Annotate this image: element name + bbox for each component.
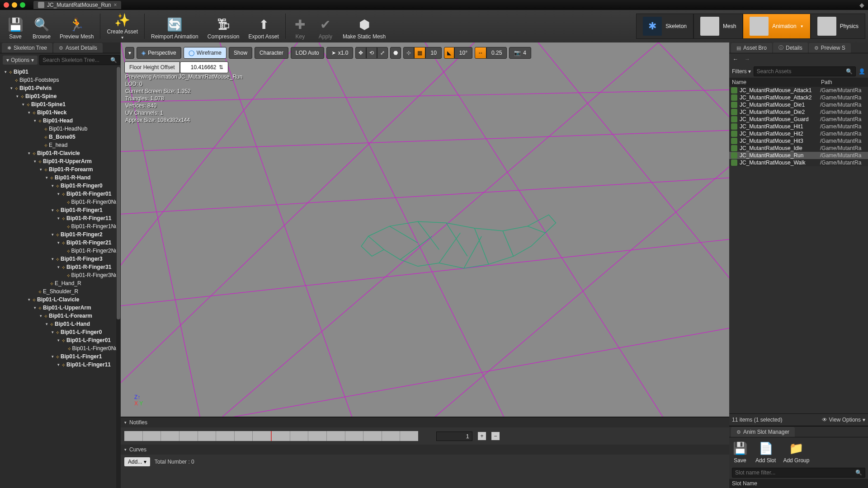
slot-save-button[interactable]: 💾Save [732,440,748,464]
asset-row[interactable]: JC_MutantRatMouse_Run/Game/MutantRa [729,152,868,159]
bone-node[interactable]: ▾⟡Bip01-Neck [2,108,121,117]
bone-node[interactable]: ▾⟡Bip01-L-UpperArm [2,304,121,312]
wireframe-button[interactable]: ◯Wireframe [184,47,226,59]
viewport-menu-button[interactable]: ▾ [125,47,134,59]
spinner-icon[interactable]: ⇅ [219,64,223,70]
tab-details[interactable]: ⓘDetails [773,42,808,53]
maximize-window-icon[interactable] [20,2,25,8]
mode-skeleton[interactable]: ✱Skeleton [636,14,693,39]
mode-mesh[interactable]: Mesh [693,14,743,39]
translate-button[interactable]: ✥ [355,47,366,59]
asset-row[interactable]: JC_MutantRatMouse_Hit2/Game/MutantRa [729,130,868,137]
bone-node[interactable]: ▾⟡Bip01-Pelvis [2,84,121,92]
bone-node[interactable]: ⟡B_Bone05 [2,133,121,141]
bone-node[interactable]: ⟡Bip01-L-Finger0Nu [2,344,121,352]
asset-row[interactable]: JC_MutantRatMouse_Walk/Game/MutantRa [729,159,868,166]
expand-toggle-icon[interactable]: ▾ [56,336,61,344]
asset-row[interactable]: JC_MutantRatMouse_Idle/Game/MutantRa [729,145,868,152]
asset-row[interactable]: JC_MutantRatMouse_Die2/Game/MutantRa [729,108,868,116]
bone-node[interactable]: ▾⟡Bip01-R-Finger2 [2,230,121,239]
floor-height-control[interactable]: Floor Height Offset ⇅ [124,61,228,73]
asset-search-input[interactable] [757,68,846,75]
curves-header[interactable]: ▾Curves [121,445,729,455]
bone-node[interactable]: ⟡Bip01-Footsteps [2,76,121,84]
bone-node[interactable]: ▾⟡Bip01-R-UpperArm [2,157,121,165]
asset-list[interactable]: JC_MutantRatMouse_Attack1/Game/MutantRaJ… [729,87,868,166]
curves-add-button[interactable]: Add... ▾ [124,457,150,466]
save-button[interactable]: 💾Save [3,11,28,42]
expand-toggle-icon[interactable]: ▾ [50,230,55,239]
expand-toggle-icon[interactable]: ▾ [56,263,61,271]
bone-node[interactable]: ⟡Bip01-R-Finger0Nu [2,198,121,206]
bone-node[interactable]: ⟡E_Hand_R [2,279,121,287]
expand-toggle-icon[interactable]: ▾ [50,255,55,263]
col-path[interactable]: Path [818,78,868,87]
key-button[interactable]: ✚Key [288,11,313,42]
scale-button[interactable]: ⤢ [377,47,388,59]
expand-toggle-icon[interactable]: ▾ [50,328,55,336]
bone-node[interactable]: ⟡E_head [2,141,121,149]
bone-node[interactable]: ▾⟡Bip01-R-Finger21 [2,239,121,247]
user-icon[interactable]: 👤 [859,68,865,75]
tab-asset-details[interactable]: ⚙Asset Details [53,43,103,53]
close-tab-icon[interactable]: × [113,2,117,8]
expand-toggle-icon[interactable]: ▾ [38,312,43,320]
show-button[interactable]: Show [229,47,252,59]
bone-node[interactable]: ▾⟡Bip01-L-Forearm [2,312,121,320]
view-options-button[interactable]: 👁 View Options ▾ [822,417,865,423]
browse-button[interactable]: 🔍Browse [28,11,55,42]
expand-toggle-icon[interactable]: ▾ [44,320,49,328]
camera-button[interactable]: ⬣ [390,47,401,59]
bone-node[interactable]: ▾⟡Bip01-R-Finger01 [2,190,121,198]
rotate-button[interactable]: ⟲ [366,47,377,59]
expand-toggle-icon[interactable]: ▾ [38,165,43,174]
expand-toggle-icon[interactable]: ▾ [21,100,25,108]
tab-asset-browser[interactable]: ▤Asset Bro [731,43,772,53]
grid-snap-button[interactable]: ▦ [414,47,425,59]
bone-node[interactable]: ⟡Bip01-R-Finger1Nu [2,222,121,230]
expand-toggle-icon[interactable]: ▾ [33,157,37,165]
asset-search[interactable]: 🔍 [754,66,856,76]
expand-toggle-icon[interactable]: ▾ [50,206,55,214]
bone-node[interactable]: ▾⟡Bip01-R-Finger1 [2,206,121,214]
asset-row[interactable]: JC_MutantRatMouse_Guard/Game/MutantRa [729,116,868,123]
viewport[interactable]: ▾ ◈Perspective ◯Wireframe Show Character… [121,42,729,417]
grid-snap-value[interactable]: 10 [425,47,441,59]
document-tab[interactable]: JC_MutantRatMouse_Run × [33,1,121,9]
bone-node[interactable]: ▾⟡Bip01-L-Hand [2,320,121,328]
expand-toggle-icon[interactable]: ▾ [50,182,55,190]
expand-toggle-icon[interactable]: ▾ [27,108,31,117]
asset-row[interactable]: JC_MutantRatMouse_Hit3/Game/MutantRa [729,137,868,145]
notify-minus-button[interactable]: − [491,432,500,440]
skeleton-search[interactable]: 🔍 [39,55,120,65]
asset-row[interactable]: JC_MutantRatMouse_Die1/Game/MutantRa [729,101,868,108]
bone-node[interactable]: ▾⟡Bip01-Head [2,117,121,125]
scrollbar-thumb[interactable] [117,67,120,319]
asset-list-header[interactable]: Name Path [729,78,868,87]
skeleton-tree[interactable]: ▾⟡Bip01⟡Bip01-Footsteps▾⟡Bip01-Pelvis▾⟡B… [0,67,121,488]
apply-button[interactable]: ✔Apply [313,11,338,42]
bone-node[interactable]: ▾⟡Bip01-L-Finger11 [2,361,121,369]
tab-skeleton-tree[interactable]: ✱Skeleton Tree [2,43,52,53]
angle-snap-value[interactable]: 10° [454,47,472,59]
bone-node[interactable]: ▾⟡Bip01 [2,68,121,76]
options-button[interactable]: ▾ Options ▾ [3,56,38,65]
perspective-button[interactable]: ◈Perspective [137,47,181,59]
bone-node[interactable]: ▾⟡Bip01-R-Finger31 [2,263,121,271]
bone-node[interactable]: ▾⟡Bip01-R-Finger11 [2,214,121,222]
bone-node[interactable]: ▾⟡Bip01-R-Finger0 [2,182,121,190]
tree-scrollbar[interactable] [116,67,121,488]
nav-back-button[interactable]: ← [732,55,739,63]
asset-row[interactable]: JC_MutantRatMouse_Hit1/Game/MutantRa [729,123,868,130]
expand-toggle-icon[interactable]: ▾ [3,68,8,76]
bone-node[interactable]: ▾⟡Bip01-Spine [2,92,121,100]
tab-anim-slot-manager[interactable]: ⚙Anim Slot Manager [731,427,795,437]
bone-node[interactable]: ▾⟡Bip01-L-Clavicle [2,296,121,304]
bone-node[interactable]: ⟡Bip01-R-Finger3Nu [2,271,121,279]
compression-button[interactable]: 🗜Compression [203,11,244,42]
expand-toggle-icon[interactable]: ▾ [50,352,55,361]
notifies-header[interactable]: ▾Notifies [121,418,729,427]
bone-node[interactable]: ▾⟡Bip01-Spine1 [2,100,121,108]
bone-node[interactable]: ▾⟡Bip01-R-Finger3 [2,255,121,263]
bone-node[interactable]: ▾⟡Bip01-R-Clavicle [2,149,121,157]
